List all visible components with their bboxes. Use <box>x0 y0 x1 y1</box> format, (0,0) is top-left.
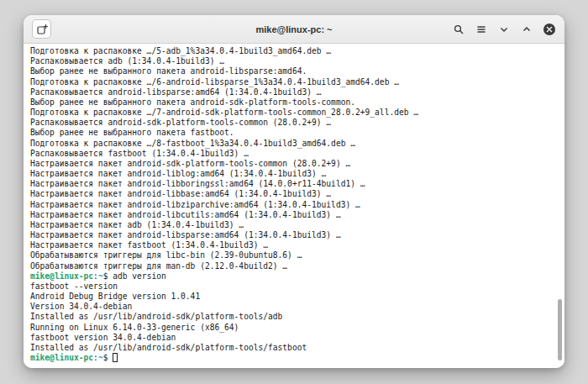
terminal-line: mike@linux-pc:~$ <box>30 353 558 363</box>
terminal-line: Настраивается пакет android-libbase:amd6… <box>30 189 558 199</box>
terminal-line: Настраивается пакет android-libboringssl… <box>30 179 558 189</box>
terminal-line: fastboot --version <box>30 281 558 292</box>
terminal-line: Настраивается пакет android-sdk-platform… <box>30 159 558 169</box>
maximize-button[interactable] <box>520 23 533 36</box>
terminal-output[interactable]: Подготовка к распаковке …/5-adb_1%3a34.0… <box>24 44 564 368</box>
scrollbar-thumb[interactable] <box>558 299 562 360</box>
scrollbar[interactable] <box>556 45 564 366</box>
close-button[interactable] <box>543 23 556 36</box>
terminal-line: Выбор ранее не выбранного пакета fastboo… <box>30 128 558 138</box>
terminal-line: Настраивается пакет android-libcutils:am… <box>30 210 558 220</box>
terminal-line: Installed as /usr/lib/android-sdk/platfo… <box>30 343 558 353</box>
terminal-line: Installed as /usr/lib/android-sdk/platfo… <box>30 312 558 322</box>
search-icon <box>453 24 465 35</box>
terminal-line: Настраивается пакет adb (1:34.0.4-1build… <box>30 220 558 230</box>
terminal-line: Подготовка к распаковке …/6-android-libs… <box>30 77 558 87</box>
terminal-line: Выбор ранее не выбранного пакета android… <box>30 66 558 76</box>
terminal-line: Подготовка к распаковке …/7-android-sdk-… <box>30 108 558 118</box>
terminal-line: Настраивается пакет fastboot (1:34.0.4-1… <box>30 240 558 250</box>
window-controls <box>452 23 556 36</box>
terminal-line: Обрабатываются триггеры для man-db (2.12… <box>30 261 558 271</box>
titlebar[interactable]: mike@linux-pc: ~ <box>24 15 564 44</box>
terminal-line: Настраивается пакет android-liblog:amd64… <box>30 169 558 179</box>
search-button[interactable] <box>452 23 465 36</box>
terminal-line: Настраивается пакет android-libziparchiv… <box>30 200 558 210</box>
terminal-line: Распаковывается fastboot (1:34.0.4-1buil… <box>30 149 558 159</box>
terminal-line: Подготовка к распаковке …/8-fastboot_1%3… <box>30 139 558 149</box>
new-tab-icon <box>36 24 48 35</box>
terminal-line: Распаковывается android-sdk-platform-too… <box>30 118 558 128</box>
terminal-window: mike@linux-pc: ~ <box>24 15 564 368</box>
terminal-line: Running on Linux 6.14.0-33-generic (x86_… <box>30 323 558 333</box>
menu-button[interactable] <box>475 23 488 36</box>
hamburger-menu-icon <box>475 24 487 35</box>
close-icon <box>543 24 555 35</box>
terminal-line: fastboot version 34.0.4-debian <box>30 333 558 343</box>
terminal-line: Android Debug Bridge version 1.0.41 <box>30 292 558 302</box>
terminal-line: Обрабатываются триггеры для libc-bin (2.… <box>30 250 558 260</box>
terminal-line: Выбор ранее не выбранного пакета android… <box>30 97 558 108</box>
minimize-button[interactable] <box>497 23 511 36</box>
terminal-cursor <box>113 353 118 362</box>
terminal-line: Version 34.0.4-debian <box>30 302 558 312</box>
terminal-line: Подготовка к распаковке …/5-adb_1%3a34.0… <box>30 46 558 56</box>
terminal-line: Распаковывается adb (1:34.0.4-1build3) … <box>30 56 558 66</box>
new-tab-button[interactable] <box>32 19 51 39</box>
chevron-down-icon <box>498 24 510 35</box>
terminal-line: mike@linux-pc:~$ adb version <box>30 271 558 281</box>
terminal-line: Настраивается пакет android-libsparse:am… <box>30 230 558 240</box>
terminal-line: Распаковывается android-libsparse:amd64 … <box>30 87 558 97</box>
chevron-up-icon <box>521 24 533 35</box>
